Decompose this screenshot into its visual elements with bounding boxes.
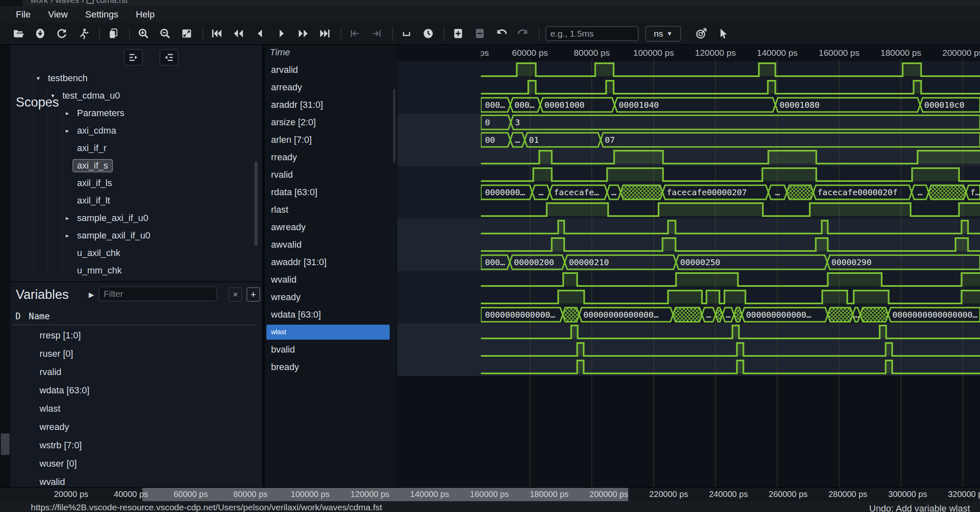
variable-item-ruser[interactable]: ruser [0]: [40, 346, 73, 361]
variable-item-rresp[interactable]: rresp [1:0]: [40, 328, 81, 343]
signal-row-wdata[interactable]: wdata [63:0]: [265, 306, 397, 323]
time-jump-input[interactable]: [545, 26, 639, 41]
redo-icon[interactable]: [515, 26, 530, 41]
run-icon[interactable]: [76, 26, 91, 41]
left-scrollbar-thumb[interactable]: [1, 433, 10, 455]
undo-icon[interactable]: [494, 26, 509, 41]
filter-input[interactable]: [99, 286, 217, 301]
waveform-canvas[interactable]: 40000 ps60000 ps80000 ps100000 ps120000 …: [397, 45, 980, 487]
tree-collapse-icon[interactable]: ▾: [51, 92, 55, 99]
signal-row-bready[interactable]: bready: [265, 358, 397, 376]
svg-text:000…: 000…: [485, 257, 505, 267]
overview-tick: 80000 ps: [225, 490, 275, 499]
goto-start-icon[interactable]: [347, 26, 362, 41]
svg-text:00000290: 00000290: [831, 257, 871, 267]
cursor-bracket-icon[interactable]: [399, 26, 414, 41]
signal-row-rlast[interactable]: rlast: [265, 201, 397, 219]
signal-row-rready[interactable]: rready: [265, 149, 397, 166]
add-variable-button[interactable]: +: [246, 287, 260, 302]
copy-icon[interactable]: [106, 26, 121, 41]
variable-item-rvalid[interactable]: rvalid: [40, 365, 62, 380]
breadcrumb-file: cdma.fst: [96, 0, 128, 5]
left-scrollbar-track[interactable]: [0, 45, 10, 487]
variable-item-wlast[interactable]: wlast: [40, 401, 60, 416]
tree-expand-icon[interactable]: ▸: [66, 127, 69, 134]
signal-row-araddr[interactable]: araddr [31:0]: [265, 96, 397, 114]
pointer-icon[interactable]: [715, 26, 730, 41]
overview-timeline[interactable]: 20000 ps40000 ps60000 ps80000 ps100000 p…: [0, 487, 980, 501]
add-box-icon[interactable]: [450, 26, 465, 41]
signals-scrollbar[interactable]: [393, 89, 395, 163]
signal-row-wlast[interactable]: wlast: [266, 325, 390, 340]
scope-item-axi_if_r[interactable]: axi_if_r: [77, 141, 107, 156]
signal-row-arvalid[interactable]: arvalid: [265, 61, 397, 79]
scope-item-axil_if_lt[interactable]: axil_if_lt: [77, 193, 110, 208]
signal-row-Time[interactable]: Time: [265, 45, 397, 61]
breadcrumb[interactable]: work › waves ›cdma.fst: [30, 0, 127, 5]
remove-box-icon[interactable]: [472, 26, 487, 41]
open-folder-icon[interactable]: [11, 26, 26, 41]
variables-col-direction[interactable]: D: [15, 311, 21, 321]
signal-row-awaddr[interactable]: awaddr [31:0]: [265, 254, 397, 271]
scopes-scrollbar[interactable]: [254, 162, 258, 246]
scope-item-testbench[interactable]: testbench: [48, 71, 87, 86]
scope-item-sample_axi_if_u0[interactable]: sample_axi_if_u0: [77, 211, 148, 226]
goto-end-icon[interactable]: [369, 26, 384, 41]
filter-clear-button[interactable]: ×: [229, 287, 242, 302]
target-icon[interactable]: [694, 26, 709, 41]
variables-header-rule: [13, 325, 258, 325]
tree-expand-icon[interactable]: ▸: [66, 109, 69, 117]
scope-item-u_mm_chk[interactable]: u_mm_chk: [77, 263, 122, 278]
zoom-fit-icon[interactable]: [179, 26, 194, 41]
signal-row-arready[interactable]: arready: [265, 79, 397, 96]
signal-row-wready[interactable]: wready: [265, 288, 397, 306]
variable-item-wstrb[interactable]: wstrb [7:0]: [40, 438, 82, 453]
wave-svg[interactable]: 40000 ps60000 ps80000 ps100000 ps120000 …: [397, 45, 980, 487]
scopes-expand-icon[interactable]: [124, 49, 143, 66]
signal-row-awready[interactable]: awready: [265, 219, 397, 236]
scope-item-axi_if_s[interactable]: axi_if_s: [77, 158, 113, 173]
skip-start-icon[interactable]: [209, 26, 224, 41]
clock-icon[interactable]: [420, 26, 435, 41]
skip-end-icon[interactable]: [317, 26, 332, 41]
menu-settings[interactable]: Settings: [82, 8, 122, 21]
menu-view[interactable]: View: [45, 8, 71, 21]
variable-item-wuser[interactable]: wuser [0]: [40, 456, 77, 471]
scope-item-Parameters[interactable]: Parameters: [77, 106, 124, 121]
zoom-out-icon[interactable]: [157, 26, 172, 41]
signal-row-wvalid[interactable]: wvalid: [265, 271, 397, 288]
scope-item-axil_if_ls[interactable]: axil_if_ls: [77, 176, 112, 191]
scopes-collapse-icon[interactable]: [159, 49, 179, 66]
svg-text:120000 ps: 120000 ps: [695, 48, 736, 57]
signal-row-arlen[interactable]: arlen [7:0]: [265, 131, 397, 149]
signal-row-arsize[interactable]: arsize [2:0]: [265, 114, 397, 131]
time-unit-select[interactable]: ns▼: [645, 26, 681, 42]
overview-tick: 180000 ps: [524, 490, 574, 499]
signal-row-bvalid[interactable]: bvalid: [265, 341, 397, 358]
fast-forward-icon[interactable]: [296, 26, 311, 41]
scope-item-test_cdma_u0[interactable]: test_cdma_u0: [62, 88, 120, 103]
scope-item-u_axil_chk[interactable]: u_axil_chk: [77, 246, 120, 261]
tree-expand-icon[interactable]: ▸: [66, 232, 69, 239]
scope-item-sample_axil_if_u0[interactable]: sample_axil_if_u0: [77, 228, 150, 243]
signal-row-rvalid[interactable]: rvalid: [265, 166, 397, 184]
menu-file[interactable]: File: [12, 8, 34, 21]
status-url[interactable]: https://file%2B.vscode-resource.vscode-c…: [31, 502, 382, 512]
rewind-icon[interactable]: [231, 26, 246, 41]
menu-help[interactable]: Help: [132, 8, 158, 21]
zoom-in-icon[interactable]: [136, 26, 151, 41]
step-forward-icon[interactable]: [274, 26, 289, 41]
download-icon[interactable]: [32, 26, 47, 41]
step-back-icon[interactable]: [252, 26, 267, 41]
signal-row-rdata[interactable]: rdata [63:0]: [265, 184, 397, 201]
tree-collapse-icon[interactable]: ▾: [37, 75, 40, 82]
variables-col-name[interactable]: Name: [29, 311, 50, 321]
variable-item-wdata[interactable]: wdata [63:0]: [40, 383, 90, 398]
reload-icon[interactable]: [54, 26, 69, 41]
tree-expand-icon[interactable]: ▸: [66, 214, 69, 222]
variables-collapse-icon[interactable]: ▶: [89, 291, 94, 299]
variable-item-wvalid[interactable]: wvalid: [40, 475, 65, 487]
variable-item-wready[interactable]: wready: [40, 420, 69, 435]
scope-item-axi_cdma[interactable]: axi_cdma: [77, 123, 116, 138]
signal-row-awvalid[interactable]: awvalid: [265, 236, 397, 254]
